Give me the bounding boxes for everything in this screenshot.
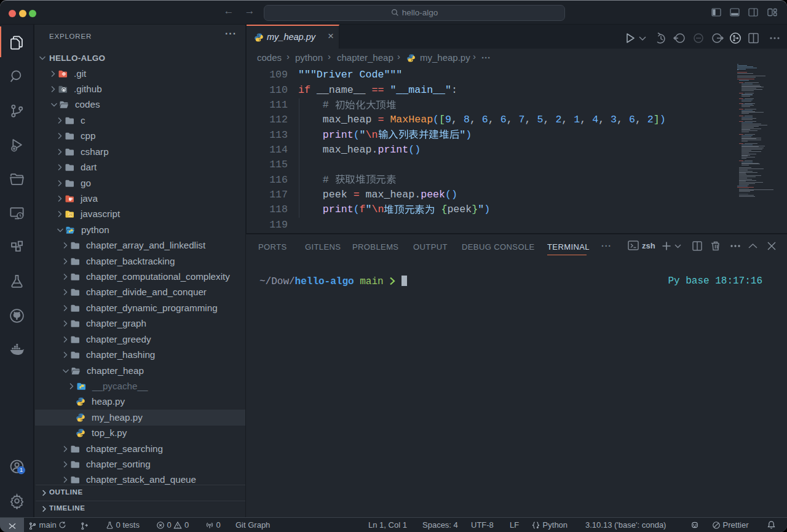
svg-text:zsh: zsh: [642, 241, 655, 250]
svg-text:JS: JS: [69, 213, 73, 216]
